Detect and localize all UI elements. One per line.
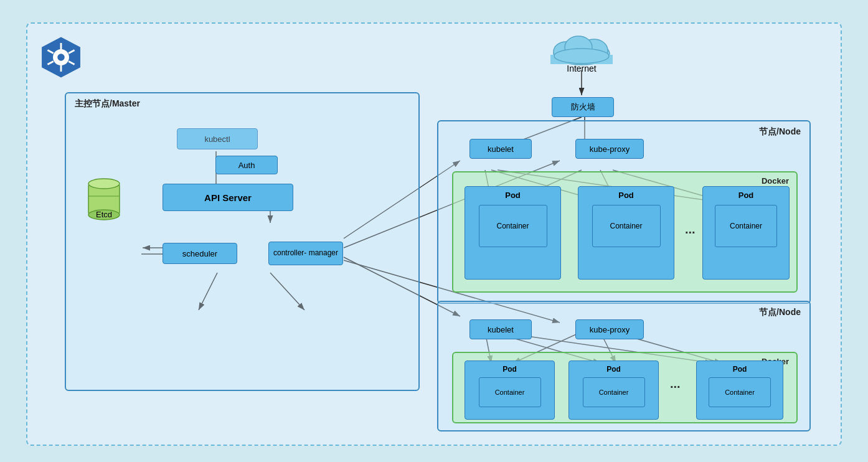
firewall-box: 防火墙 [552,97,614,117]
node2-pod3-label: Pod [733,365,747,374]
internet-cloud-shape [547,30,616,66]
main-diagram: Internet 防火墙 kubectl 主控节点/Master Auth AP… [26,22,842,446]
node2-kube-proxy-box: kube-proxy [575,319,644,339]
node2-pod2-container: Container [583,377,645,407]
node1-kubelet-box: kubelet [469,139,532,159]
node1-docker-label: Docker [762,176,789,186]
node1-pod3: Pod Container [702,186,790,280]
node2-pod3-container: Container [709,377,771,407]
node1-section: 节点/Node kubelet kube-proxy Docker Pod Co… [437,120,811,304]
node1-label: 节点/Node [759,126,801,138]
master-label: 主控节点/Master [75,98,140,110]
node2-pod3: Pod Container [696,361,783,420]
node1-pod1: Pod Container [465,186,561,280]
node2-kubelet-box: kubelet [469,319,532,339]
svg-point-35 [57,54,65,61]
node2-label: 节点/Node [759,307,801,318]
node1-docker-section: Docker Pod Container Pod Container ... P… [452,171,798,293]
internet-section: Internet [547,30,616,73]
controller-manager-box: controller- manager [268,242,343,265]
node1-pod1-label: Pod [505,191,521,200]
node1-pod3-container: Container [715,205,777,247]
node2-dots: ... [670,377,681,391]
node2-pod1-label: Pod [502,365,517,374]
node1-dots: ... [685,222,696,237]
svg-point-43 [88,179,120,189]
node2-pod1-container: Container [479,377,541,407]
svg-point-41 [554,49,609,64]
auth-box: Auth [215,156,278,174]
node1-kube-proxy-box: kube-proxy [575,139,644,159]
etcd-section: Etcd [86,171,122,219]
api-server-box: API Server [163,184,293,211]
node2-pod2: Pod Container [568,361,659,420]
etcd-label: Etcd [96,210,112,219]
master-section: 主控节点/Master Auth API Server Etcd schedul… [65,92,420,391]
node2-pod1: Pod Container [465,361,555,420]
node1-pod1-container: Container [479,205,547,247]
node1-pod3-label: Pod [738,191,754,200]
node2-docker-section: Docker Pod Container Pod Container ... P… [452,352,798,423]
kubernetes-logo [39,35,83,80]
scheduler-box: scheduler [163,243,237,264]
node1-pod2-label: Pod [618,191,634,200]
node2-pod2-label: Pod [606,365,621,374]
node1-pod2-container: Container [592,205,661,247]
node2-section: 节点/Node kubelet kube-proxy Docker Pod Co… [437,301,811,431]
node1-pod2: Pod Container [578,186,674,280]
